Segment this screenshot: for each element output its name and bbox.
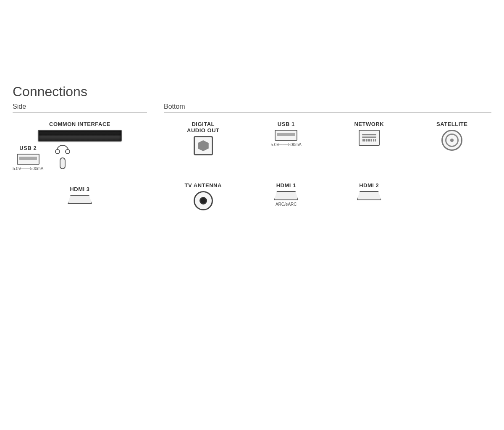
network-label: NETWORK [330,121,409,127]
usb2-group: USB 2 5.0V═══500mA [13,145,44,171]
hdmi2-icon [330,191,409,200]
satellite-dot [450,139,454,142]
satellite-port [441,130,462,151]
headphone-jack [60,157,66,169]
tv-antenna-label: TV ANTENNA [164,182,243,189]
bottom-section: Bottom DIGITAL AUDIO OUT USB 1 5.0V═══50… [155,103,491,222]
usb1-label: USB 1 [247,121,326,127]
hdmi2-label: HDMI 2 [330,182,409,189]
hdmi3-port [68,195,92,204]
satellite-icon [413,130,492,151]
common-interface-slot [38,130,122,142]
hdmi3-group: HDMI 3 [13,186,147,204]
common-interface-group: COMMON INTERFACE [13,121,147,142]
side-row-usb-headphone: USB 2 5.0V═══500mA [13,145,147,183]
optical-inner [198,140,209,151]
common-interface-icon [13,130,147,142]
satellite-group: SATELLITE [413,121,492,155]
digital-audio-label: DIGITAL AUDIO OUT [164,121,243,134]
optical-port [194,136,213,155]
tv-antenna-group: TV ANTENNA [164,182,243,210]
hdmi1-icon [247,191,326,200]
usb1-port [275,130,297,141]
side-section-label: Side [13,103,147,113]
usb2-port [17,154,39,165]
network-line [362,134,376,135]
empty-cell [413,182,492,222]
network-icon [330,130,409,146]
hdmi1-label: HDMI 1 [247,182,326,189]
headphone-symbol [56,145,69,169]
network-line [362,136,376,136]
common-interface-label: COMMON INTERFACE [13,121,147,127]
usb2-label: USB 2 [13,145,44,151]
headphone-group [56,145,69,169]
usb1-icon [247,130,326,141]
antenna-inner [200,197,207,205]
usb2-sub: 5.0V═══500mA [13,166,44,171]
hdmi3-icon [13,195,147,204]
network-group: NETWORK [330,121,409,155]
optical-icon [164,136,243,155]
bottom-section-label: Bottom [164,103,491,113]
antenna-icon [164,191,243,210]
hdmi3-label: HDMI 3 [13,186,147,192]
satellite-label: SATELLITE [413,121,492,127]
usb1-group: USB 1 5.0V═══500mA [247,121,326,155]
usb2-icon [13,154,44,165]
antenna-port [194,191,213,210]
side-section: Side COMMON INTERFACE USB 2 5.0V═══500mA [13,103,155,216]
headphone-band [56,145,69,152]
bottom-grid: DIGITAL AUDIO OUT USB 1 5.0V═══500mA NET… [164,121,491,222]
hdmi1-group: HDMI 1 ARC/eARC [247,182,326,210]
hdmi1-port [274,191,298,200]
hdmi1-sub: ARC/eARC [247,202,326,207]
headphone-icon [56,145,69,169]
network-lines [361,134,378,138]
page-title: Connections [13,84,491,100]
network-pins [361,139,378,142]
usb1-sub: 5.0V═══500mA [247,142,326,147]
digital-audio-group: DIGITAL AUDIO OUT [164,121,243,155]
hdmi2-group: HDMI 2 [330,182,409,210]
network-port [359,130,380,146]
satellite-inner-ring [445,134,459,147]
network-line [362,137,376,138]
hdmi2-port [357,191,381,200]
